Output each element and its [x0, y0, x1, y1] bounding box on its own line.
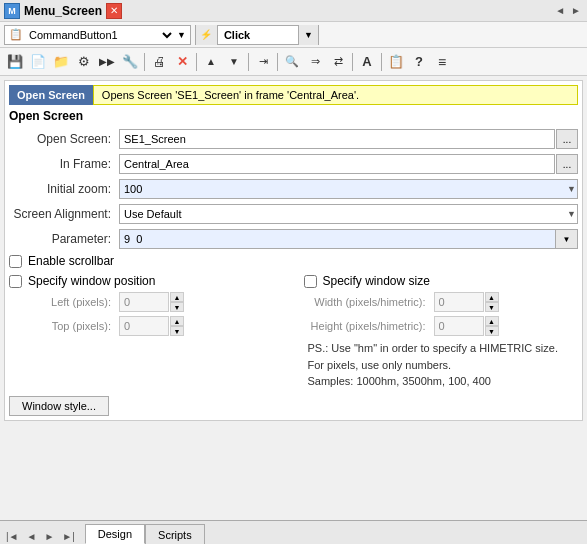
specify-position-checkbox[interactable] [9, 275, 22, 288]
replace-icon[interactable]: ⇄ [327, 51, 349, 73]
height-pixels-row: Height (pixels/himetric): ▲ ▼ [304, 316, 579, 336]
search-icon[interactable]: 🔍 [281, 51, 303, 73]
event-label: Click [218, 29, 298, 41]
event-icon: ⚡ [196, 25, 218, 45]
save-icon[interactable]: 💾 [4, 51, 26, 73]
delete-icon[interactable]: ✕ [171, 51, 193, 73]
findnext-icon[interactable]: ⇒ [304, 51, 326, 73]
title-bar: M Menu_Screen ✕ ◄ ► [0, 0, 587, 22]
left-pixels-input [119, 292, 169, 312]
nav-arrows: ◄ ► [553, 5, 583, 16]
in-frame-control: ... [119, 154, 578, 174]
tab-navigation: |◄ ◄ ► ►| [4, 529, 77, 544]
open-screen-input[interactable] [119, 129, 555, 149]
toolbar-sep2 [196, 53, 197, 71]
left-pixels-row: Left (pixels): ▲ ▼ [9, 292, 284, 312]
nav-left[interactable]: ◄ [553, 5, 567, 16]
ps-note: PS.: Use "hm" in order to specify a HIME… [308, 340, 579, 390]
tab-last-button[interactable]: ►| [60, 529, 77, 544]
build-icon[interactable]: 🔧 [119, 51, 141, 73]
help-icon[interactable]: ? [408, 51, 430, 73]
left-pixels-up: ▲ [170, 292, 184, 302]
font-icon[interactable]: A [356, 51, 378, 73]
top-pixels-label: Top (pixels): [9, 320, 119, 332]
specify-position-label: Specify window position [28, 274, 155, 288]
initial-zoom-control: ▼ [119, 179, 578, 199]
settings-icon[interactable]: ⚙ [73, 51, 95, 73]
in-frame-input[interactable] [119, 154, 555, 174]
print-icon[interactable]: 🖨 [148, 51, 170, 73]
initial-zoom-label: Initial zoom: [9, 182, 119, 196]
close-button[interactable]: ✕ [106, 3, 122, 19]
specify-position-row: Specify window position [9, 274, 284, 288]
top-pixels-up: ▲ [170, 316, 184, 326]
component-dropdown[interactable]: CommandButton1 [25, 28, 175, 42]
app-icon: M [4, 3, 20, 19]
down-icon[interactable]: ▼ [223, 51, 245, 73]
left-pixels-down: ▼ [170, 302, 184, 312]
action-header: Open Screen Opens Screen 'SE1_Screen' in… [9, 85, 578, 105]
left-pixels-label: Left (pixels): [9, 296, 119, 308]
up-icon[interactable]: ▲ [200, 51, 222, 73]
tab-first-button[interactable]: |◄ [4, 529, 21, 544]
screen-alignment-label: Screen Alignment: [9, 207, 119, 221]
parameter-control: ▼ [119, 229, 578, 249]
indent-icon[interactable]: ⇥ [252, 51, 274, 73]
enable-scrollbar-checkbox[interactable] [9, 255, 22, 268]
left-col: Specify window position Left (pixels): ▲… [9, 272, 284, 390]
action-badge: Open Screen [9, 85, 93, 105]
run-icon[interactable]: ▶▶ [96, 51, 118, 73]
top-pixels-input [119, 316, 169, 336]
tab-next-button[interactable]: ► [42, 529, 56, 544]
main-panel: Open Screen Opens Screen 'SE1_Screen' in… [4, 80, 583, 421]
toolbar-row2: 💾 📄 📁 ⚙ ▶▶ 🔧 🖨 ✕ ▲ ▼ ⇥ 🔍 ⇒ ⇄ A 📋 ? ≡ [0, 48, 587, 76]
extras-icon[interactable]: ≡ [431, 51, 453, 73]
height-pixels-label: Height (pixels/himetric): [304, 320, 434, 332]
width-pixels-down: ▼ [485, 302, 499, 312]
open-screen-label: Open Screen: [9, 132, 119, 146]
width-pixels-up: ▲ [485, 292, 499, 302]
right-col: Specify window size Width (pixels/himetr… [304, 272, 579, 390]
tab-scripts[interactable]: Scripts [145, 524, 205, 544]
open-screen-row: Open Screen: ... [9, 129, 578, 149]
in-frame-browse-button[interactable]: ... [556, 154, 578, 174]
nav-right[interactable]: ► [569, 5, 583, 16]
top-pixels-down: ▼ [170, 326, 184, 336]
height-pixels-input [434, 316, 484, 336]
toolbar-sep6 [381, 53, 382, 71]
parameter-input[interactable] [119, 229, 556, 249]
event-dropdown-arrow[interactable]: ▼ [298, 25, 318, 45]
enable-scrollbar-label: Enable scrollbar [28, 254, 114, 268]
tab-prev-button[interactable]: ◄ [25, 529, 39, 544]
parameter-row: Parameter: ▼ [9, 229, 578, 249]
enable-scrollbar-row: Enable scrollbar [9, 254, 578, 268]
open-screen-browse-button[interactable]: ... [556, 129, 578, 149]
dropdown-arrow: ▼ [177, 30, 186, 40]
width-pixels-row: Width (pixels/himetric): ▲ ▼ [304, 292, 579, 312]
tab-design[interactable]: Design [85, 524, 145, 544]
height-pixels-down: ▼ [485, 326, 499, 336]
screen-alignment-row: Screen Alignment: Use Default ▼ [9, 204, 578, 224]
parameter-wrapper: ▼ [119, 229, 578, 249]
specify-size-row: Specify window size [304, 274, 579, 288]
folder-icon[interactable]: 📁 [50, 51, 72, 73]
clipboard-icon[interactable]: 📋 [385, 51, 407, 73]
specify-size-label: Specify window size [323, 274, 430, 288]
parameter-dropdown-button[interactable]: ▼ [556, 229, 578, 249]
page-icon[interactable]: 📄 [27, 51, 49, 73]
open-screen-control: ... [119, 129, 578, 149]
event-section: ⚡ Click ▼ [195, 25, 319, 45]
window-style-button[interactable]: Window style... [9, 396, 109, 416]
component-dropdown-icon: 📋 [9, 28, 23, 41]
toolbar-sep1 [144, 53, 145, 71]
toolbar-sep4 [277, 53, 278, 71]
bottom-tabs: |◄ ◄ ► ►| Design Scripts [0, 520, 587, 544]
specify-size-checkbox[interactable] [304, 275, 317, 288]
height-pixels-up: ▲ [485, 316, 499, 326]
width-pixels-label: Width (pixels/himetric): [304, 296, 434, 308]
screen-alignment-select[interactable]: Use Default [119, 204, 578, 224]
initial-zoom-row: Initial zoom: ▼ [9, 179, 578, 199]
initial-zoom-input[interactable] [119, 179, 578, 199]
in-frame-label: In Frame: [9, 157, 119, 171]
top-pixels-row: Top (pixels): ▲ ▼ [9, 316, 284, 336]
